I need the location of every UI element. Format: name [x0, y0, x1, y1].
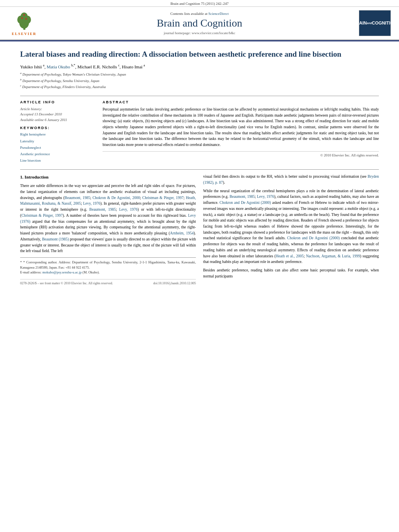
ref-chokron2000c-link[interactable]: Chokron and De Agostini (2000) — [287, 236, 339, 240]
footnote-area: * * Corresponding author. Address: Depar… — [20, 257, 196, 275]
ref-arnheim1954-link[interactable]: Arnheim, 1954 — [170, 231, 193, 235]
ref-chokron2000-link[interactable]: Chokron & De Agostini, 2000 — [93, 196, 140, 200]
body-col2-p1: visual field then directs its output to … — [203, 174, 379, 185]
ref-bryden1982-link[interactable]: Bryden (1982), p. 87 — [203, 175, 379, 185]
journal-logo-right: BRAIN and COGNITION — [359, 10, 391, 36]
abstract-heading: ABSTRACT — [103, 100, 379, 104]
abstract-col: ABSTRACT Perceptual asymmetries for task… — [103, 100, 379, 164]
ref-chokron2000b-link[interactable]: Chokron and De Agostini (2000) — [220, 201, 271, 205]
history-label: Article history: — [20, 107, 95, 112]
body-col1-p1: There are subtle differences in the way … — [20, 183, 196, 254]
affiliations: a Department of Psychology, Tokyo Woman'… — [20, 71, 379, 90]
journal-reference-bar: Brain and Cognition 75 (2011) 242–247 — [0, 0, 399, 7]
section1-title: 1. Introduction — [20, 174, 196, 181]
elsevier-tree-icon — [13, 11, 35, 31]
footnote-email-line: E-mail address: mokubo@psy.senshu-u.ac.j… — [20, 270, 196, 275]
article-info-divider — [20, 96, 379, 96]
body-col2-p2: While the neural organization of the cer… — [203, 188, 379, 265]
ref-christman1997b-link[interactable]: Christman & Pinger, 1997 — [21, 214, 63, 218]
keyword-3: Pseudoneglect — [20, 144, 95, 151]
elsevier-brand-text: ELSEVIER — [12, 32, 37, 36]
journal-header: ELSEVIER Contents lists available at Sci… — [0, 7, 399, 40]
affiliation-b: b Department of Psychology, Senshu Unive… — [20, 78, 379, 84]
keyword-list: Right hemisphere Laterality Pseudoneglec… — [20, 131, 95, 164]
ref-levy1976b-link[interactable]: Levy, 1976 — [119, 207, 138, 212]
author-okubo-link[interactable]: Matia Okubo — [47, 64, 70, 69]
journal-title-block: Contents lists available at ScienceDirec… — [40, 12, 359, 35]
ref-nachson1999-link[interactable]: Nachson, Argaman, & Luria, 1999 — [306, 254, 360, 258]
ref-beaumont1985-link[interactable]: Beaumont, 1985 — [65, 196, 90, 200]
svg-point-7 — [23, 14, 25, 16]
abstract-text: Perceptual asymmetries for tasks involvi… — [103, 107, 379, 148]
body-col2-p3: Besides aesthetic preference, reading ha… — [203, 267, 379, 279]
ref-heath2005b-link[interactable]: Heath et al., 2005 — [276, 254, 304, 258]
keyword-5: Line bisection — [20, 157, 95, 164]
ref-levy1976-link[interactable]: Levy, 1976 — [83, 201, 101, 205]
footnote-corresponding: * * Corresponding author. Address: Depar… — [20, 260, 196, 270]
article-info-col: ARTICLE INFO Article history: Accepted 1… — [20, 100, 95, 164]
available-date: Available online 6 January 2011 — [20, 117, 95, 123]
body-col-right: visual field then directs its output to … — [203, 174, 379, 288]
article-info-heading: ARTICLE INFO — [20, 100, 95, 104]
keyword-2: Laterality — [20, 138, 95, 144]
article-info-abstract-section: ARTICLE INFO Article history: Accepted 1… — [20, 100, 379, 164]
ref-beaumont1985c-link[interactable]: Beaumont (1985) — [42, 237, 69, 241]
svg-point-6 — [25, 18, 27, 20]
affiliation-a: a Department of Psychology, Tokyo Woman'… — [20, 71, 379, 78]
journal-name-title: Brain and Cognition — [40, 17, 359, 29]
article-container: Lateral biases and reading direction: A … — [0, 41, 399, 296]
issn-text: 0278-2626/$ – see front matter © 2010 El… — [20, 281, 113, 286]
sciencedirect-label: Contents lists available at ScienceDirec… — [40, 12, 359, 16]
copyright-notice: © 2010 Elsevier Inc. All rights reserved… — [103, 151, 379, 157]
authors-line: Yukiko Ishii a, Matia Okubo b,*, Michael… — [20, 64, 379, 69]
ref-beaumont1985b-link[interactable]: Beaumont, 1985 — [89, 207, 116, 212]
body-columns: 1. Introduction There are subtle differe… — [20, 174, 379, 288]
ref-levy1976d-link[interactable]: Levy, 1976 — [257, 195, 274, 199]
keyword-4: Aesthetic preference — [20, 151, 95, 157]
keyword-1: Right hemisphere — [20, 131, 95, 138]
body-col-left: 1. Introduction There are subtle differe… — [20, 174, 196, 288]
accepted-date: Accepted 13 December 2010 — [20, 112, 95, 117]
footnote-email-link[interactable]: mokubo@psy.senshu-u.ac.jp — [42, 270, 82, 274]
keywords-section: Keywords: Right hemisphere Laterality Ps… — [20, 126, 95, 164]
journal-homepage-text: journal homepage: www.elsevier.com/locat… — [40, 31, 359, 35]
bottom-bar: 0278-2626/$ – see front matter © 2010 El… — [20, 279, 196, 288]
article-title: Lateral biases and reading direction: A … — [20, 49, 379, 60]
sciencedirect-link[interactable]: ScienceDirect — [208, 12, 228, 16]
svg-point-5 — [21, 17, 23, 19]
body-divider — [20, 169, 379, 170]
journal-ref-text: Brain and Cognition 75 (2011) 242–247 — [171, 2, 228, 6]
elsevier-logo: ELSEVIER — [8, 11, 40, 36]
doi-text: doi:10.1016/j.bandc.2010.12.005 — [153, 281, 196, 286]
ref-beaumont1985d-link[interactable]: Beaumont, 1985 — [230, 195, 255, 199]
ref-christman1997-link[interactable]: Christman & Pinger, 1997 — [142, 196, 183, 200]
affiliation-c: c Department of Psychology, Flinders Uni… — [20, 84, 379, 90]
article-history: Article history: Accepted 13 December 20… — [20, 107, 95, 123]
keywords-heading: Keywords: — [20, 126, 95, 130]
